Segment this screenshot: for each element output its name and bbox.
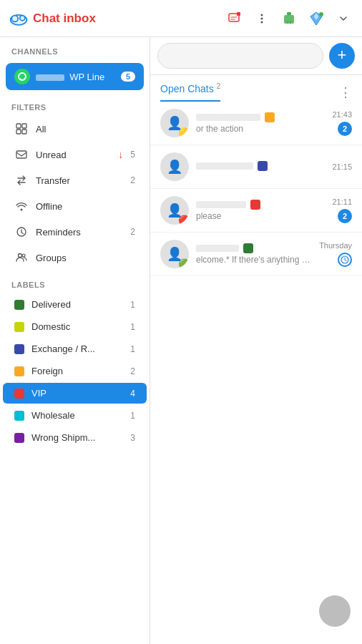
compose-icon[interactable] <box>225 9 245 29</box>
filter-reminders[interactable]: Reminders 2 <box>3 220 147 244</box>
chat-time-col-1: 21:43 2 <box>332 110 352 136</box>
chat-name-row-3 <box>196 200 325 210</box>
channel-name: WP Line <box>36 72 115 82</box>
chat-name-blur-1 <box>196 114 260 121</box>
filter-transfer[interactable]: Transfer 2 <box>3 168 147 192</box>
svg-point-2 <box>20 15 25 20</box>
chat-name-blur-3 <box>196 201 246 208</box>
foreign-dot <box>14 366 24 376</box>
svg-rect-15 <box>16 124 21 128</box>
chat-time-col-4: Thursday <box>319 241 352 267</box>
label-foreign-count: 2 <box>130 366 135 376</box>
filter-unread[interactable]: Unread ↓ 5 <box>3 142 147 167</box>
label-delivered[interactable]: Delivered 1 <box>3 294 147 315</box>
labels-section-title: LABELS <box>0 270 150 293</box>
search-input[interactable] <box>157 43 323 69</box>
unread-arrow-icon: ↓ <box>118 149 123 160</box>
transfer-icon <box>14 173 29 187</box>
label-foreign-name: Foreign <box>31 366 123 376</box>
label-vip[interactable]: VIP 4 <box>3 383 147 404</box>
domestic-dot <box>14 322 24 332</box>
chat-label-1 <box>265 112 275 122</box>
add-icon: + <box>338 47 347 63</box>
exchange-dot <box>14 344 24 354</box>
svg-rect-19 <box>16 151 26 158</box>
filter-reminders-count: 2 <box>130 227 135 237</box>
label-vip-name: VIP <box>31 388 123 399</box>
more-icon[interactable] <box>252 9 272 29</box>
reminders-icon <box>14 225 29 239</box>
filter-transfer-count: 2 <box>130 175 135 185</box>
cloud-icon <box>9 11 29 26</box>
svg-rect-17 <box>16 130 21 134</box>
chat-time-3: 21:11 <box>332 197 352 206</box>
svg-rect-11 <box>290 21 291 24</box>
filter-offline-label: Offline <box>36 201 135 212</box>
chat-label-3 <box>250 200 260 210</box>
label-wrong-shipm[interactable]: Wrong Shipm... 3 <box>3 427 147 448</box>
filter-offline[interactable]: Offline <box>3 194 147 218</box>
chat-item-1[interactable]: 👤 🟡 or the action 21:43 2 <box>150 102 362 145</box>
chat-preview-4: elcome.* If there's anything else I ca..… <box>196 255 312 265</box>
svg-rect-18 <box>22 130 26 134</box>
label-exchange-count: 1 <box>130 344 135 354</box>
filter-transfer-label: Transfer <box>36 175 123 186</box>
logo-area: Chat inbox <box>9 11 219 26</box>
label-delivered-name: Delivered <box>31 299 123 310</box>
svg-point-20 <box>21 209 23 211</box>
tab-open-chats[interactable]: Open Chats 2 <box>160 82 220 102</box>
chat-list-menu-icon[interactable]: ⋮ <box>339 84 352 100</box>
chat-item-4[interactable]: 👤 🟢 elcome.* If there's anything else I … <box>150 233 362 276</box>
label-domestic[interactable]: Domestic 1 <box>3 316 147 337</box>
header-icon-group <box>225 9 353 29</box>
filter-groups-label: Groups <box>36 253 135 263</box>
plugin-icon[interactable] <box>279 9 299 29</box>
filter-all[interactable]: All <box>3 117 147 141</box>
floating-avatar[interactable] <box>319 595 351 627</box>
label-wholesale[interactable]: Wholesale 1 <box>3 405 147 426</box>
whatsapp-icon <box>14 69 30 84</box>
filter-groups[interactable]: Groups <box>3 245 147 270</box>
channel-badge: 5 <box>121 72 135 82</box>
label-wrong-shipm-name: Wrong Shipm... <box>31 432 123 443</box>
open-chats-badge: 2 <box>217 82 221 94</box>
chevron-down-icon[interactable] <box>333 9 353 29</box>
label-foreign[interactable]: Foreign 2 <box>3 361 147 381</box>
chat-preview-3: please <box>196 211 325 221</box>
grid-icon <box>14 122 29 136</box>
svg-point-23 <box>22 254 25 257</box>
label-vip-count: 4 <box>130 389 135 399</box>
avatar-3: 👤 🔴 <box>160 196 189 225</box>
svg-rect-16 <box>22 124 26 128</box>
chat-list-header: Open Chats 2 ⋮ <box>150 75 362 102</box>
wrong-shipm-dot <box>14 433 24 443</box>
filter-reminders-label: Reminders <box>36 227 123 238</box>
clock-badge-4 <box>338 253 352 267</box>
app-header: Chat inbox <box>0 0 362 37</box>
svg-point-6 <box>261 17 263 19</box>
wholesale-dot <box>14 411 24 421</box>
unread-badge-3: 2 <box>338 209 352 223</box>
svg-point-14 <box>319 12 323 16</box>
chat-time-col-2: 21:15 <box>332 162 352 171</box>
chat-name-row-1 <box>196 112 325 122</box>
vip-dot <box>14 389 24 399</box>
chat-item-3[interactable]: 👤 🔴 please 21:11 2 <box>150 189 362 233</box>
open-chats-label: Open Chats <box>160 83 214 94</box>
label-wholesale-count: 1 <box>130 411 135 421</box>
delivered-dot <box>14 300 24 310</box>
label-wholesale-name: Wholesale <box>31 410 123 421</box>
add-button[interactable]: + <box>329 43 355 69</box>
label-exchange[interactable]: Exchange / R... 1 <box>3 338 147 359</box>
diamond-icon[interactable] <box>306 9 326 29</box>
avatar-emoji-1: 🟡 <box>178 127 189 137</box>
chat-preview-1: or the action <box>196 124 325 134</box>
chat-name-blur-2 <box>196 162 253 170</box>
svg-rect-8 <box>287 12 291 15</box>
channel-wp-line[interactable]: WP Line 5 <box>6 63 144 90</box>
chat-item-2[interactable]: 👤 21:15 <box>150 145 362 189</box>
avatar-4: 👤 🟢 <box>160 240 189 268</box>
label-domestic-name: Domestic <box>31 321 123 332</box>
chat-content-4: elcome.* If there's anything else I ca..… <box>196 243 312 265</box>
filters-section-title: FILTERS <box>0 93 150 116</box>
